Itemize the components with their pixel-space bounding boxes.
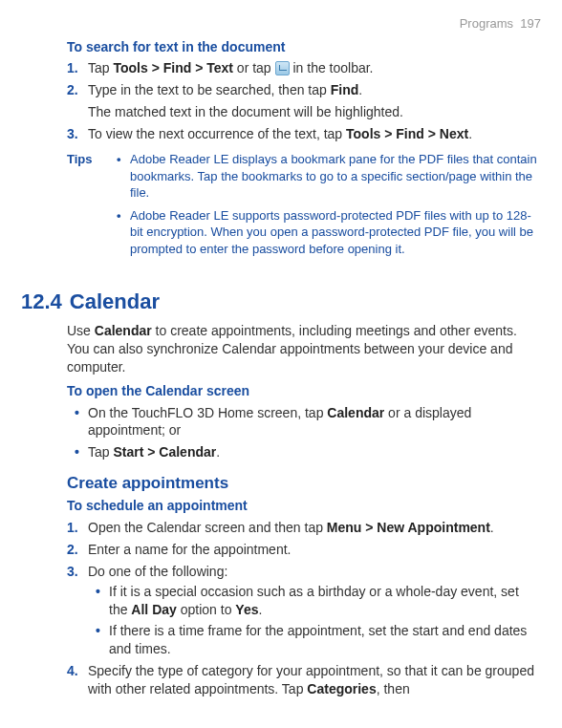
- schedule-steps: 1. Open the Calendar screen and then tap…: [67, 519, 541, 698]
- search-step-1: 1. Tap Tools > Find > Text or tap in the…: [88, 59, 541, 77]
- list-item: If there is a time frame for the appoint…: [109, 622, 541, 658]
- step-extra: The matched text in the document will be…: [88, 103, 541, 121]
- tips-body: Adobe Reader LE displays a bookmark pane…: [117, 151, 541, 263]
- schedule-heading: To schedule an appointment: [67, 497, 541, 515]
- page-content: To search for text in the document 1. Ta…: [21, 38, 541, 699]
- schedule-step-4: 4. Specify the type of category for your…: [88, 662, 541, 698]
- create-appointments-heading: Create appointments: [67, 473, 541, 495]
- section-title: Calendar: [70, 289, 160, 313]
- step-text: Tap Tools > Find > Text or tap in the to…: [88, 60, 374, 75]
- tip-item: Adobe Reader LE supports password-protec…: [130, 207, 541, 258]
- tips-block: Tips Adobe Reader LE displays a bookmark…: [67, 151, 541, 263]
- step-marker: 1.: [67, 59, 78, 77]
- list-item: On the TouchFLO 3D Home screen, tap Cale…: [88, 404, 541, 440]
- step-text: Do one of the following:: [88, 564, 227, 579]
- step-text: To view the next occurrence of the text,…: [88, 126, 472, 141]
- step-marker: 2.: [67, 81, 78, 99]
- search-step-2: 2. Type in the text to be searched, then…: [88, 81, 541, 121]
- tips-label: Tips: [67, 151, 117, 263]
- search-heading: To search for text in the document: [67, 38, 541, 56]
- section-number: 12.4: [21, 289, 62, 313]
- header-page-number: 197: [520, 16, 541, 31]
- page-header: Programs 197: [21, 15, 541, 32]
- schedule-step-1: 1. Open the Calendar screen and then tap…: [88, 519, 541, 537]
- schedule-step-3: 3. Do one of the following: If it is a s…: [88, 563, 541, 658]
- calendar-intro: Use Calendar to create appointments, inc…: [67, 322, 541, 376]
- step-marker: 3.: [67, 125, 78, 143]
- step-text: Specify the type of category for your ap…: [88, 663, 534, 696]
- step-text: Open the Calendar screen and then tap Me…: [88, 520, 494, 535]
- sub-options: If it is a special occasion such as a bi…: [88, 583, 541, 659]
- open-calendar-list: On the TouchFLO 3D Home screen, tap Cale…: [67, 404, 541, 462]
- header-section: Programs: [460, 16, 513, 31]
- step-marker: 2.: [67, 541, 78, 559]
- find-icon: [275, 61, 290, 75]
- schedule-step-2: 2. Enter a name for the appointment.: [88, 541, 541, 559]
- search-step-3: 3. To view the next occurrence of the te…: [88, 125, 541, 143]
- step-marker: 4.: [67, 662, 78, 680]
- step-marker: 3.: [67, 563, 78, 581]
- step-text: Type in the text to be searched, then ta…: [88, 82, 362, 97]
- list-item: Tap Start > Calendar.: [88, 443, 541, 461]
- step-marker: 1.: [67, 519, 78, 537]
- calendar-section-heading: 12.4Calendar: [21, 288, 541, 316]
- search-steps: 1. Tap Tools > Find > Text or tap in the…: [67, 59, 541, 143]
- list-item: If it is a special occasion such as a bi…: [109, 583, 541, 619]
- tip-item: Adobe Reader LE displays a bookmark pane…: [130, 151, 541, 202]
- open-calendar-heading: To open the Calendar screen: [67, 382, 541, 400]
- step-text: Enter a name for the appointment.: [88, 542, 291, 557]
